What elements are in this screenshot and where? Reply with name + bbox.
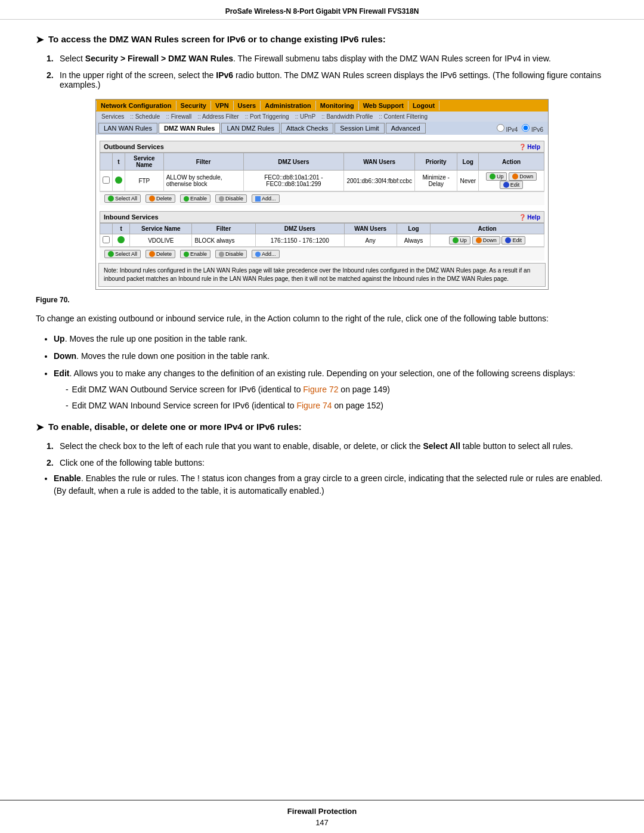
in-col-filter: Filter — [192, 224, 255, 234]
tab-lan-dmz-rules[interactable]: LAN DMZ Rules — [221, 123, 279, 134]
header-title: ProSafe Wireless-N 8-Port Gigabit VPN Fi… — [225, 7, 419, 16]
inbound-add-btn[interactable]: Add... — [252, 250, 280, 258]
col-filter: Filter — [163, 153, 243, 171]
inbound-delete-btn[interactable]: Delete — [145, 250, 175, 258]
outbound-delete-btn[interactable]: Delete — [145, 194, 175, 203]
tab-advanced[interactable]: Advanced — [386, 123, 426, 134]
top-nav: Network Configuration Security VPN Users… — [96, 100, 548, 112]
outbound-header: Outbound Services ❓ Help — [100, 141, 544, 153]
status-green-icon — [115, 176, 122, 184]
enable-text: . Enables the rule or rules. The ! statu… — [54, 473, 602, 496]
nav-security[interactable]: Security — [177, 101, 211, 110]
up-icon — [490, 174, 496, 179]
outbound-down-btn[interactable]: Down — [509, 172, 537, 181]
ipv6-radio[interactable] — [522, 124, 530, 132]
s2-step1-num: 1. — [47, 441, 56, 451]
page-footer: Firewall Protection 147 — [0, 800, 644, 833]
inbound-enable-btn[interactable]: Enable — [180, 250, 210, 258]
inbound-row-action: Up Down Edit — [431, 234, 544, 247]
enable-bullets: Enable. Enables the rule or rules. The !… — [54, 472, 608, 497]
edit-sub-2: Edit DMZ WAN Inbound Service screen for … — [66, 400, 608, 412]
subnav-bandwidth-profile[interactable]: Bandwidth Profile — [318, 113, 376, 120]
inbound-edit-btn[interactable]: Edit — [501, 236, 525, 244]
nav-logout[interactable]: Logout — [408, 101, 439, 110]
inbound-up-btn[interactable]: Up — [449, 236, 470, 244]
figure74-link[interactable]: Figure 74 — [296, 401, 332, 410]
section2-arrow-icon: ➤ — [36, 422, 44, 433]
section1-heading-text: To access the DMZ WAN Rules screen for I… — [48, 34, 386, 44]
add-icon — [255, 196, 261, 202]
outbound-up-btn[interactable]: Up — [486, 172, 507, 181]
subnav-firewall[interactable]: Firewall — [163, 113, 194, 120]
inbound-select-all-btn[interactable]: Select All — [104, 250, 141, 258]
outbound-edit-btn[interactable]: Edit — [500, 181, 524, 189]
outbound-row-check[interactable] — [100, 171, 113, 191]
bullet-enable: Enable. Enables the rule or rules. The !… — [54, 472, 608, 497]
ipv4-radio-label[interactable]: IPv4 — [497, 126, 520, 133]
inbound-help-btn[interactable]: ❓ Help — [519, 214, 540, 221]
nav-administration[interactable]: Administration — [261, 101, 316, 110]
tab-dmz-wan-rules[interactable]: DMZ WAN Rules — [159, 123, 221, 134]
in-add-icon — [255, 252, 261, 257]
figure72-link[interactable]: Figure 72 — [303, 385, 338, 394]
in-col-action: Action — [431, 224, 544, 234]
outbound-btn-row: Select All Delete Enable Disable Add... — [100, 191, 544, 205]
outbound-row-priority: Minimize - Delay — [414, 171, 457, 191]
subnav-upnp[interactable]: UPnP — [292, 113, 318, 120]
outbound-row-1-checkbox[interactable] — [103, 176, 110, 184]
note-text: Note: Inbound rules configured in the LA… — [104, 267, 530, 282]
change-para-text: To change an existing outbound or inboun… — [36, 314, 549, 323]
outbound-help-btn[interactable]: ❓ Help — [519, 144, 540, 150]
figure-label-text: Figure 70. — [36, 296, 70, 304]
in-col-t: t — [113, 224, 130, 234]
col-wan-users: WAN Users — [344, 153, 415, 171]
figure-label: Figure 70. — [36, 296, 608, 304]
inbound-row-1-checkbox[interactable] — [103, 236, 110, 243]
tab-attack-checks[interactable]: Attack Checks — [281, 123, 333, 134]
outbound-add-btn[interactable]: Add... — [252, 194, 280, 203]
nav-monitoring[interactable]: Monitoring — [316, 101, 359, 110]
ipv6-radio-label[interactable]: IPv6 — [522, 126, 543, 133]
tab-session-limit[interactable]: Session Limit — [335, 123, 384, 134]
inbound-down-btn[interactable]: Down — [472, 236, 500, 244]
nav-vpn[interactable]: VPN — [211, 101, 234, 110]
subnav-services[interactable]: Services — [98, 113, 127, 120]
in-col-log: Log — [397, 224, 431, 234]
nav-web-support[interactable]: Web Support — [359, 101, 408, 110]
outbound-disable-btn[interactable]: Disable — [215, 194, 247, 203]
inbound-disable-btn[interactable]: Disable — [215, 250, 247, 258]
subnav-content-filtering[interactable]: Content Filtering — [376, 113, 431, 120]
inbound-row-check[interactable] — [100, 234, 113, 247]
subnav-address-filter[interactable]: Address Filter — [194, 113, 242, 120]
nav-users[interactable]: Users — [234, 101, 261, 110]
outbound-row-filter: ALLOW by schedule, otherwise block — [163, 171, 243, 191]
outbound-enable-btn[interactable]: Enable — [180, 194, 210, 203]
tabs-left: LAN WAN Rules DMZ WAN Rules LAN DMZ Rule… — [98, 123, 426, 134]
in-col-dmz-users: DMZ Users — [255, 224, 344, 234]
inbound-row-service: VDOLIVE — [130, 234, 192, 247]
s2-step2-text: Click one of the following table buttons… — [60, 458, 205, 467]
step1-number: 1. — [47, 54, 56, 63]
subnav-schedule[interactable]: Schedule — [127, 113, 163, 120]
inbound-table: t Service Name Filter DMZ Users WAN User… — [100, 223, 544, 247]
in-down-icon — [476, 237, 482, 243]
outbound-select-all-btn[interactable]: Select All — [104, 194, 141, 203]
enable-icon — [184, 196, 189, 202]
footer-page: 147 — [315, 818, 329, 827]
tab-lan-wan-rules[interactable]: LAN WAN Rules — [98, 123, 157, 134]
footer-title: Firewall Protection — [287, 807, 357, 816]
disable-icon — [219, 196, 224, 202]
ipv4-radio[interactable] — [497, 124, 504, 132]
nav-network-config[interactable]: Network Configuration — [96, 101, 177, 110]
outbound-row-log: Never — [457, 171, 479, 191]
page-header: ProSafe Wireless-N 8-Port Gigabit VPN Fi… — [0, 0, 644, 20]
down-icon — [512, 174, 518, 179]
section2-heading-text: To enable, disable, or delete one or mor… — [48, 422, 302, 432]
in-enable-icon — [184, 252, 189, 257]
subnav-port-triggering[interactable]: Port Triggering — [242, 113, 292, 120]
arrow-icon: ➤ — [36, 34, 44, 45]
section1-heading: ➤ To access the DMZ WAN Rules screen for… — [36, 34, 608, 45]
ipv-radio-group: IPv4 IPv6 — [497, 124, 546, 133]
step1-bold: Security > Firewall > DMZ WAN Rules — [85, 54, 233, 63]
outbound-row-dmz: FEC0::db8:10a1:201 - FEC0::db8:10a1:299 — [243, 171, 344, 191]
